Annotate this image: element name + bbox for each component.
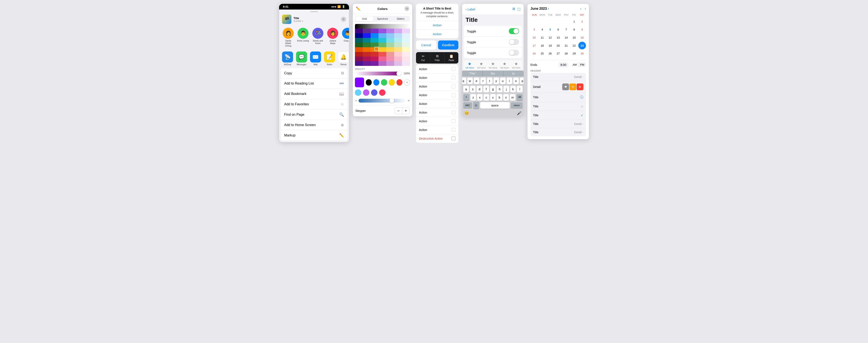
app-messages[interactable]: 💬 Messages: [296, 52, 307, 66]
toggle-1[interactable]: [509, 28, 519, 34]
key-t[interactable]: t: [487, 77, 493, 84]
key-d[interactable]: d: [476, 86, 482, 93]
key-g[interactable]: g: [490, 86, 496, 93]
ends-time-value[interactable]: 8:00: [558, 62, 568, 67]
swatch-cyan[interactable]: [355, 89, 361, 96]
key-x[interactable]: x: [477, 94, 483, 101]
key-b[interactable]: b: [497, 94, 502, 101]
cal-day-15[interactable]: 15: [570, 34, 578, 41]
contact-sandy-wilder[interactable]: 👩 Sandy Wilder Cheng: [282, 28, 294, 47]
tab-1[interactable]: ★ Tab Name: [464, 61, 475, 69]
key-space[interactable]: space: [480, 102, 510, 109]
key-return[interactable]: return: [511, 102, 523, 108]
app-airdrop[interactable]: 📡 AirDrop: [282, 52, 293, 66]
menu-action-1[interactable]: Action: [416, 65, 458, 73]
key-c[interactable]: c: [484, 94, 489, 101]
action-home-screen[interactable]: Add to Home Screen ⊕: [281, 120, 347, 130]
action-reading-list[interactable]: Add to Reading List 👓: [281, 79, 347, 89]
menu-action-5[interactable]: Action: [416, 100, 458, 108]
add-swatch-button[interactable]: +: [404, 79, 410, 86]
key-q[interactable]: q: [462, 77, 466, 84]
cal-day-7[interactable]: 7: [562, 26, 570, 33]
swatch-pink[interactable]: [379, 89, 385, 96]
key-n[interactable]: n: [503, 94, 509, 101]
swatch-red[interactable]: [397, 79, 402, 86]
cal-day-19[interactable]: 19: [546, 42, 554, 50]
action-icon-message[interactable]: 💬: [562, 84, 569, 90]
menu-action-3[interactable]: Action: [416, 82, 458, 91]
cal-day-30[interactable]: 30: [578, 50, 586, 57]
key-o[interactable]: o: [513, 77, 519, 84]
cal-day-29[interactable]: 29: [570, 50, 578, 57]
app-notes[interactable]: 📝 Notes: [324, 52, 335, 66]
stepper-plus-button[interactable]: +: [402, 107, 409, 114]
key-delete[interactable]: ⌫: [517, 94, 523, 101]
key-f[interactable]: f: [484, 86, 489, 93]
emoji-icon[interactable]: 😊: [464, 111, 469, 116]
toggle-3[interactable]: [509, 50, 519, 56]
toggle-2[interactable]: [509, 39, 519, 45]
predictive-the[interactable]: the: [483, 70, 503, 76]
star-icon[interactable]: ☆: [581, 104, 583, 108]
app-reminders[interactable]: 🔔 Remin: [338, 52, 349, 66]
pm-button[interactable]: PM: [579, 62, 586, 67]
action-icon-delete[interactable]: 🗑: [577, 84, 583, 90]
color-picker-close-button[interactable]: ✕: [405, 6, 409, 11]
cal-day-5[interactable]: 5: [546, 26, 554, 33]
key-y[interactable]: y: [494, 77, 499, 84]
key-shift[interactable]: ⇧: [463, 94, 469, 101]
cal-day-14[interactable]: 14: [562, 34, 570, 41]
key-h[interactable]: h: [497, 86, 502, 93]
cal-day-16[interactable]: 16: [578, 34, 586, 41]
menu-action-6[interactable]: Action: [416, 108, 458, 117]
brightness-thumb[interactable]: [390, 98, 394, 103]
color-grid[interactable]: [355, 24, 410, 66]
app-mail[interactable]: ✉️ Mail: [310, 52, 321, 66]
cancel-button[interactable]: Cancel: [416, 40, 436, 50]
brightness-track[interactable]: [359, 99, 406, 102]
cal-day-13[interactable]: 13: [554, 34, 562, 41]
cal-day-27[interactable]: 27: [554, 50, 562, 57]
am-button[interactable]: AM: [571, 62, 579, 67]
tab-grid[interactable]: Grid: [355, 16, 373, 22]
tab-sliders[interactable]: Sliders: [392, 16, 410, 22]
contact-greg[interactable]: 👦 Greg Ap: [341, 28, 349, 47]
cal-day-28[interactable]: 28: [562, 50, 570, 57]
check-icon[interactable]: ✓: [581, 113, 583, 117]
cal-day-20[interactable]: 20: [554, 42, 562, 50]
predictive-the-quoted[interactable]: "The": [462, 70, 483, 76]
cal-day-11[interactable]: 11: [538, 34, 546, 41]
opacity-track[interactable]: [355, 72, 401, 75]
menu-destructive-action[interactable]: Destructive Action: [416, 134, 458, 143]
tab-2[interactable]: ★ Tab Name: [475, 61, 487, 69]
contact-kevin[interactable]: 👨 Kevin Leong: [297, 28, 309, 47]
key-p[interactable]: p: [520, 77, 524, 84]
calendar-month-chevron[interactable]: ›: [548, 7, 549, 10]
alert-action-2[interactable]: Action: [416, 30, 458, 38]
action-bookmark[interactable]: Add Bookmark 📖: [281, 89, 347, 99]
cal-day-24[interactable]: 24: [530, 50, 538, 57]
swatch-indigo[interactable]: [371, 89, 377, 96]
key-abc[interactable]: ABC: [463, 102, 472, 108]
cal-day-4[interactable]: 4: [538, 26, 546, 33]
tab-3[interactable]: ★ Tab Name: [487, 61, 499, 69]
key-r[interactable]: r: [480, 77, 486, 84]
key-u[interactable]: u: [500, 77, 506, 84]
cal-day-23-today[interactable]: 23: [578, 42, 586, 50]
context-cut[interactable]: ✂ Cut: [416, 52, 430, 64]
menu-action-7[interactable]: Action: [416, 117, 458, 126]
swatch-blue[interactable]: [373, 79, 379, 86]
menu-action-2[interactable]: Action: [416, 73, 458, 82]
key-w[interactable]: w: [467, 77, 473, 84]
share-close-button[interactable]: ✕: [341, 17, 346, 22]
nav-icon-edit[interactable]: □: [518, 7, 520, 12]
alert-action-1[interactable]: Action: [416, 21, 458, 29]
action-icon-settings[interactable]: ⚙: [569, 84, 576, 90]
calendar-prev-button[interactable]: ‹: [580, 7, 581, 10]
tab-4[interactable]: ★ Tab Name: [499, 61, 510, 69]
key-z[interactable]: z: [470, 94, 476, 101]
cal-day-2[interactable]: 2: [578, 18, 586, 25]
stepper-minus-button[interactable]: −: [395, 107, 402, 114]
menu-action-4[interactable]: Action: [416, 91, 458, 100]
cal-day-26[interactable]: 26: [546, 50, 554, 57]
